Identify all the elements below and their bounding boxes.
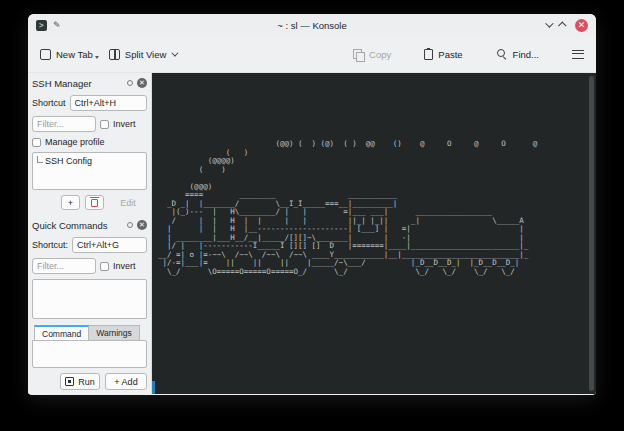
window-title: ~ : sl — Konsole: [28, 20, 596, 31]
trash-icon: [91, 199, 98, 207]
manage-profile-label: Manage profile: [45, 137, 105, 147]
close-panel-icon[interactable]: ✕: [137, 220, 147, 230]
minimize-button[interactable]: [545, 19, 553, 27]
sl-train-ascii-art: (@@) ( ) (@) ( ) @@ () @ O @ O @ ( ) (@@…: [158, 140, 537, 276]
paste-label: Paste: [438, 49, 462, 60]
ssh-manager-title: SSH Manager: [32, 78, 92, 89]
tree-branch-icon: [37, 156, 43, 163]
terminal-scroll-indicator: [152, 381, 155, 394]
terminal-scrollbar[interactable]: [589, 76, 594, 391]
ssh-config-tree[interactable]: SSH Config: [32, 152, 147, 190]
toolbar: New Tab Split View Copy Paste Find...: [28, 36, 596, 73]
qc-invert-checkbox[interactable]: [100, 262, 109, 271]
ssh-invert-checkbox[interactable]: [100, 120, 109, 129]
qc-shortcut-label: Shortcut:: [32, 240, 68, 250]
qc-add-button[interactable]: + Add: [105, 373, 147, 390]
detach-panel-icon[interactable]: [127, 222, 133, 228]
konsole-app-icon[interactable]: >: [36, 20, 47, 31]
quick-commands-title: Quick Commands: [32, 220, 108, 231]
sidebar: SSH Manager ✕ Shortcut Invert Manage pro…: [28, 73, 152, 394]
ssh-invert-label: Invert: [113, 119, 136, 129]
ssh-manager-header[interactable]: SSH Manager ✕: [30, 76, 149, 90]
new-tab-icon: [40, 49, 51, 60]
tree-item-ssh-config[interactable]: SSH Config: [37, 156, 142, 166]
run-icon: [65, 377, 74, 386]
split-view-icon: [109, 49, 120, 60]
hamburger-icon: [572, 50, 584, 59]
copy-icon: [353, 49, 364, 60]
new-tab-dropdown-caret[interactable]: [95, 56, 99, 59]
paste-icon: [424, 49, 433, 60]
qc-run-button[interactable]: Run: [60, 373, 100, 390]
ssh-add-button[interactable]: +: [61, 195, 80, 210]
ssh-filter-input[interactable]: [32, 116, 96, 132]
konsole-window: > ✎ ~ : sl — Konsole ✕ New Tab Split Vie…: [28, 14, 596, 395]
find-button[interactable]: Find...: [496, 48, 539, 60]
maximize-button[interactable]: [558, 21, 566, 29]
pin-icon: ✎: [53, 20, 61, 31]
close-panel-icon[interactable]: ✕: [137, 78, 147, 88]
ssh-shortcut-label: Shortcut: [32, 98, 66, 108]
terminal-display[interactable]: (@@) ( ) (@) ( ) @@ () @ O @ O @ ( ) (@@…: [152, 73, 596, 394]
tree-item-label: SSH Config: [45, 156, 92, 166]
ssh-shortcut-input[interactable]: [70, 95, 147, 111]
qc-invert-label: Invert: [113, 261, 136, 271]
detach-panel-icon[interactable]: [127, 80, 133, 86]
new-tab-button[interactable]: New Tab: [40, 49, 93, 60]
hamburger-menu-button[interactable]: [572, 50, 584, 59]
ssh-delete-button[interactable]: [85, 195, 104, 210]
titlebar[interactable]: > ✎ ~ : sl — Konsole ✕: [28, 14, 596, 36]
run-label: Run: [78, 377, 95, 387]
qc-filter-input[interactable]: [32, 258, 96, 274]
split-view-button[interactable]: Split View: [109, 49, 177, 60]
quick-commands-header[interactable]: Quick Commands ✕: [30, 218, 149, 232]
paste-button[interactable]: Paste: [424, 49, 462, 60]
manage-profile-checkbox[interactable]: [32, 138, 41, 147]
find-label: Find...: [513, 49, 539, 60]
copy-button[interactable]: Copy: [353, 49, 391, 60]
copy-label: Copy: [369, 49, 391, 60]
qc-command-editor[interactable]: [32, 340, 147, 368]
search-icon: [496, 48, 508, 60]
ssh-edit-button[interactable]: Edit: [109, 195, 147, 210]
chevron-down-icon[interactable]: [172, 49, 179, 56]
tab-command[interactable]: Command: [34, 325, 89, 340]
split-view-label: Split View: [125, 49, 167, 60]
close-button[interactable]: ✕: [575, 19, 588, 32]
qc-command-list[interactable]: [32, 279, 147, 319]
qc-shortcut-input[interactable]: [72, 237, 147, 253]
tab-warnings[interactable]: Warnings: [89, 325, 140, 340]
new-tab-label: New Tab: [56, 49, 93, 60]
